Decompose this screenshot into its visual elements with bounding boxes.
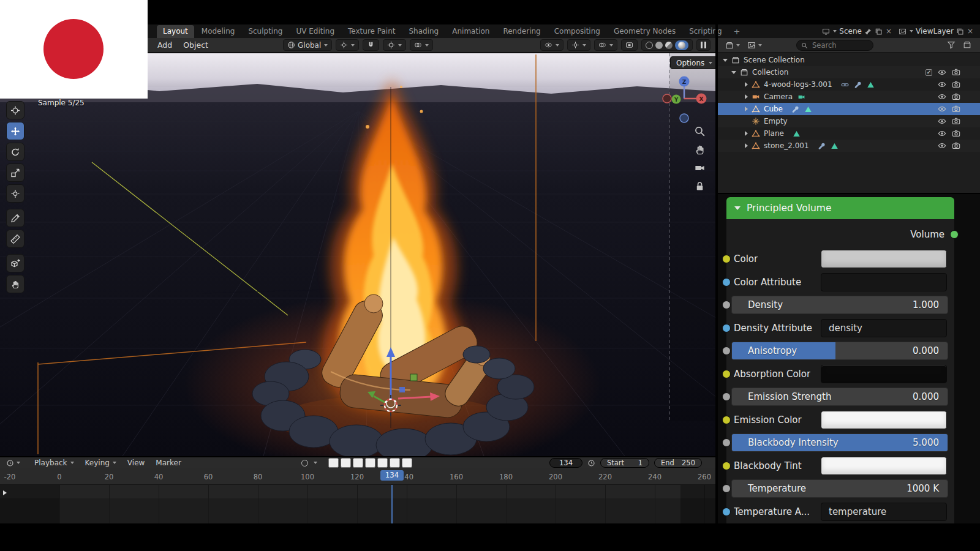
close-icon[interactable]: ×	[967, 27, 974, 36]
xray-toggle-button[interactable]	[621, 39, 638, 51]
render-camera-icon[interactable]	[952, 117, 960, 126]
tool-measure[interactable]	[6, 230, 24, 248]
playhead-frame-badge[interactable]: 134	[380, 470, 404, 481]
disclosure-icon[interactable]	[723, 59, 728, 62]
absorption-color-socket[interactable]	[722, 370, 731, 378]
collection-checkbox[interactable]: ✓	[925, 69, 932, 76]
preview-range-clock-icon[interactable]	[587, 459, 595, 467]
emission-strength-slider[interactable]: Emission Strength 0.000	[731, 388, 948, 406]
prev-keyframe-button[interactable]	[341, 458, 351, 468]
disclosure-icon[interactable]	[745, 131, 748, 136]
camera-view-icon[interactable]	[694, 162, 706, 174]
add-menu[interactable]: Add	[152, 40, 178, 50]
density-attribute-socket[interactable]	[722, 324, 731, 332]
transform-orientation-dropdown[interactable]: Global	[283, 39, 332, 51]
tab-modeling[interactable]: Modeling	[195, 25, 241, 38]
render-camera-icon[interactable]	[952, 68, 960, 77]
snap-toggle-button[interactable]	[363, 39, 379, 51]
eye-icon[interactable]	[938, 117, 946, 126]
eye-icon[interactable]	[938, 80, 946, 89]
outliner-row-collection[interactable]: Collection ✓	[718, 66, 980, 78]
emission-color-socket[interactable]	[722, 416, 731, 424]
scene-selector[interactable]: Scene ×	[822, 27, 892, 36]
proportional-editing-dropdown[interactable]	[410, 39, 433, 51]
tool-annotate[interactable]	[6, 209, 24, 227]
new-collection-icon[interactable]	[963, 40, 971, 49]
tool-move[interactable]	[6, 122, 24, 140]
add-workspace-button[interactable]: +	[729, 27, 745, 36]
tool-scale[interactable]	[6, 163, 24, 182]
zoom-icon[interactable]	[694, 126, 706, 137]
tool-rotate[interactable]	[6, 143, 24, 161]
lock-view-icon[interactable]	[694, 181, 706, 192]
next-keyframe-button[interactable]	[390, 458, 400, 468]
gizmo-y-axis[interactable]: Y	[674, 97, 679, 103]
play-button[interactable]	[365, 458, 375, 468]
prev-frame-button[interactable]	[353, 458, 363, 468]
tab-shading[interactable]: Shading	[402, 25, 445, 38]
eye-icon[interactable]	[938, 105, 946, 113]
timeline-tracks[interactable]	[0, 485, 715, 523]
outliner-row-scene-collection[interactable]: Scene Collection	[718, 54, 980, 66]
color-input-socket[interactable]	[722, 255, 731, 263]
temperature-socket[interactable]	[722, 484, 731, 493]
anisotropy-slider[interactable]: Anisotropy 0.000	[731, 342, 948, 360]
tool-cursor[interactable]	[6, 101, 24, 119]
options-dropdown[interactable]: Options	[670, 56, 715, 69]
auto-keying-icon[interactable]	[301, 460, 308, 467]
pan-hand-icon[interactable]	[694, 144, 706, 156]
show-overlays-dropdown[interactable]	[594, 39, 617, 51]
disclosure-icon[interactable]	[731, 71, 736, 74]
shading-material-button[interactable]	[665, 42, 673, 49]
gizmo-negative-z[interactable]	[680, 114, 688, 122]
density-socket[interactable]	[722, 301, 731, 309]
gizmo-x-axis[interactable]: X	[699, 96, 704, 102]
absorption-color-swatch[interactable]	[821, 365, 947, 383]
eye-icon[interactable]	[938, 141, 946, 150]
channel-expand-icon[interactable]	[3, 490, 7, 495]
current-frame-field[interactable]: 134	[549, 458, 582, 468]
outliner-row-camera[interactable]: Camera	[718, 91, 980, 103]
tab-uv-editing[interactable]: UV Editing	[290, 25, 341, 38]
tab-geometry-nodes[interactable]: Geometry Nodes	[608, 25, 682, 38]
tab-texture-paint[interactable]: Texture Paint	[342, 25, 401, 38]
tab-scripting[interactable]: Scripting	[683, 25, 728, 38]
viewlayer-selector[interactable]: ViewLayer ×	[899, 27, 974, 36]
emission-color-swatch[interactable]	[821, 411, 947, 429]
gizmo-z-axis[interactable]: Z	[682, 79, 687, 85]
emission-strength-socket[interactable]	[722, 392, 731, 401]
render-camera-icon[interactable]	[952, 105, 960, 113]
blackbody-tint-socket[interactable]	[722, 462, 731, 470]
tab-layout[interactable]: Layout	[157, 25, 194, 38]
outliner-search[interactable]	[796, 40, 873, 51]
new-viewlayer-icon[interactable]	[956, 28, 964, 36]
outliner-row-cube[interactable]: Cube	[718, 103, 980, 115]
blackbody-intensity-socket[interactable]	[722, 438, 731, 447]
view-menu[interactable]: View	[122, 459, 150, 467]
volume-output-socket[interactable]	[950, 230, 959, 239]
tool-transform[interactable]	[6, 184, 24, 203]
snap-settings-dropdown[interactable]	[383, 39, 406, 51]
shading-rendered-button[interactable]	[675, 40, 688, 50]
render-camera-icon[interactable]	[952, 129, 960, 138]
render-camera-icon[interactable]	[952, 80, 960, 89]
tab-rendering[interactable]: Rendering	[497, 25, 546, 38]
disclosure-icon[interactable]	[745, 143, 748, 148]
filter-funnel-icon[interactable]	[947, 40, 956, 49]
color-swatch[interactable]	[821, 250, 947, 268]
outliner-row-empty[interactable]: Empty	[718, 115, 980, 127]
eye-icon[interactable]	[938, 92, 946, 101]
temperature-slider[interactable]: Temperature 1000 K	[731, 479, 948, 498]
next-frame-button[interactable]	[377, 458, 388, 468]
disclosure-icon[interactable]	[745, 107, 748, 111]
search-input[interactable]	[811, 40, 862, 50]
object-menu[interactable]: Object	[178, 40, 214, 50]
keying-menu[interactable]: Keying	[80, 459, 122, 467]
tab-sculpting[interactable]: Sculpting	[242, 25, 288, 38]
object-visibility-dropdown[interactable]	[540, 39, 564, 51]
color-attribute-input[interactable]	[821, 273, 947, 291]
outliner-row-stone[interactable]: stone_2.001	[718, 140, 980, 152]
density-attribute-input[interactable]: density	[821, 319, 947, 337]
disclosure-icon[interactable]	[745, 94, 748, 99]
timeline-ruler[interactable]: -20 0 20 40 60 80 100 120 140 160 180 20…	[0, 468, 715, 485]
